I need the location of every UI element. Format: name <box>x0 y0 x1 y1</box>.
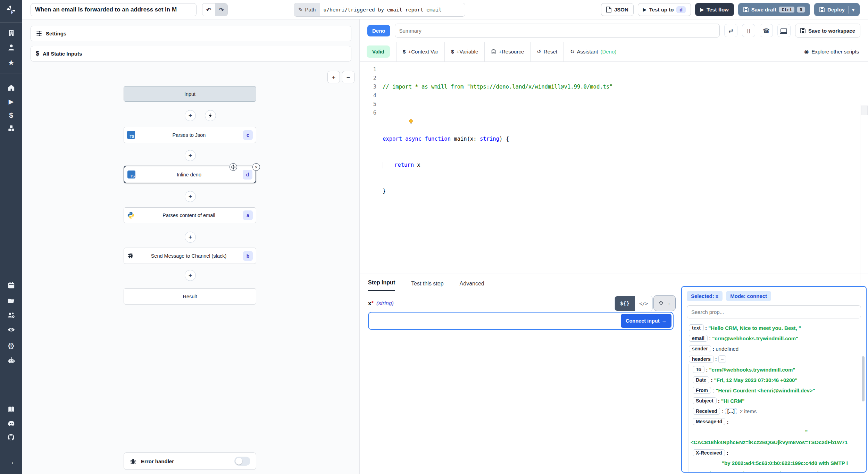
prop-row-x-received[interactable]: X-Received <box>691 448 861 458</box>
redo-button[interactable]: ↷ <box>215 3 227 16</box>
prop-row-message-id[interactable]: Message-Id <box>691 416 861 427</box>
favorites-star-icon[interactable]: ★ <box>0 58 22 67</box>
sidebar-item-resources[interactable] <box>0 124 22 132</box>
prop-key[interactable]: Subject <box>693 397 717 404</box>
prop-row-text[interactable]: text "Hello CRM, Nice to meet you. Best,… <box>687 323 861 333</box>
flow-node-input[interactable]: Input <box>124 86 256 102</box>
sidebar-item-github[interactable] <box>0 433 22 441</box>
prop-row-received[interactable]: Received [...] 2 items <box>691 406 861 416</box>
prop-value[interactable]: undefined <box>716 346 738 352</box>
sidebar-item-discord[interactable] <box>0 420 22 427</box>
insert-step-button[interactable]: + <box>185 232 196 243</box>
code-editor[interactable]: 12 34 56 // import * as wmill from "http… <box>360 62 868 274</box>
flow-node-send-message[interactable]: Send Message to Channel (slack) b <box>124 248 256 264</box>
prop-key[interactable]: Date <box>693 376 709 383</box>
insert-step-button[interactable]: + <box>185 270 196 281</box>
scrollbar-thumb[interactable] <box>862 356 865 401</box>
step-input-value-field[interactable] <box>370 314 621 328</box>
prop-key[interactable]: From <box>693 387 711 394</box>
connect-input-button[interactable]: Connect input → <box>621 314 671 328</box>
scrollbar-thumb[interactable] <box>861 106 868 115</box>
flow-settings-button[interactable]: Settings <box>31 26 351 41</box>
prop-key[interactable]: Message-Id <box>693 418 725 425</box>
path-input[interactable] <box>320 3 465 16</box>
sidebar-item-settings[interactable]: ⚙ <box>0 341 22 351</box>
sidebar-item-audit[interactable] <box>0 326 22 334</box>
template-mode-button[interactable]: ${} <box>615 296 635 311</box>
deploy-button[interactable]: Deploy ▾ <box>814 3 860 16</box>
x-received-value-line1[interactable]: "by 2002:ad4:5c63:0:b0:622:199c:c4d0 wit… <box>691 458 861 468</box>
save-to-workspace-button[interactable]: Save to workspace <box>795 24 860 38</box>
flow-node-parses-to-json[interactable]: TS Parses to Json c <box>124 127 256 143</box>
mobile-view-button[interactable]: ▯ <box>742 24 755 37</box>
prop-row-to[interactable]: To "crm@webhooks.trywindmill.com" <box>691 364 861 375</box>
prop-value[interactable]: "Fri, 12 May 2023 07:30:46 +0200" <box>714 377 798 383</box>
x-received-value-line2[interactable]: 20020ad45c63000000b00622199cc4d0mr130376… <box>691 468 861 473</box>
language-badge[interactable]: Deno <box>367 25 390 36</box>
connect-input-toggle-button[interactable]: → <box>653 295 676 311</box>
collapsed-array-button[interactable]: [...] <box>725 408 737 414</box>
collapse-button[interactable]: − <box>718 355 726 363</box>
insert-step-button[interactable]: + <box>185 150 196 161</box>
sidebar-item-workspace[interactable] <box>0 29 22 37</box>
code-mode-button[interactable]: </> <box>635 296 652 311</box>
prop-row-from[interactable]: From "Henri Courdent <henri@windmill.dev… <box>691 385 861 396</box>
search-prop-input[interactable] <box>687 305 861 318</box>
prop-row-sender[interactable]: sender undefined <box>687 343 861 354</box>
prop-value[interactable]: "Hello CRM, Nice to meet you. Best, " <box>708 325 801 331</box>
sidebar-item-variables[interactable]: $ <box>0 111 22 119</box>
prop-value[interactable]: "crm@webhooks.trywindmill.com" <box>712 335 798 341</box>
flow-node-parses-content[interactable]: Parses content of email a <box>124 207 256 223</box>
add-variable-button[interactable]: $ +Variable <box>445 42 484 61</box>
move-step-handle[interactable] <box>229 163 237 171</box>
tab-test-this-step[interactable]: Test this step <box>411 281 443 291</box>
test-up-to-button[interactable]: ▶ Test up to d <box>638 3 691 16</box>
sidebar-item-home[interactable] <box>0 84 22 92</box>
swap-view-button[interactable]: ⇄ <box>724 24 737 37</box>
trigger-button[interactable] <box>205 110 216 121</box>
prop-key[interactable]: headers <box>689 356 714 363</box>
windmill-logo[interactable] <box>0 4 22 15</box>
prop-value[interactable]: "Henri Courdent <henri@windmill.dev>" <box>716 388 815 393</box>
sidebar-item-workers[interactable] <box>0 357 22 365</box>
error-handler-row[interactable]: Error handler <box>124 452 256 470</box>
undo-button[interactable]: ↶ <box>202 3 215 16</box>
prop-row-headers[interactable]: headers − <box>687 354 861 364</box>
test-flow-button[interactable]: ▶ Test flow <box>695 3 734 16</box>
save-draft-button[interactable]: Save draft Ctrl S <box>738 3 810 16</box>
assistant-button[interactable]: ↻ Assistant (Deno) <box>564 42 623 61</box>
add-context-var-button[interactable]: $ +Context Var <box>397 42 444 61</box>
chevron-down-icon[interactable]: ▾ <box>852 7 854 13</box>
add-resource-button[interactable]: +Resource <box>485 42 530 61</box>
prop-key[interactable]: To <box>693 366 704 373</box>
error-handler-toggle[interactable] <box>234 457 250 466</box>
sidebar-item-user[interactable] <box>0 43 22 51</box>
reset-button[interactable]: ↺ Reset <box>531 42 564 61</box>
sidebar-item-folders[interactable] <box>0 297 22 305</box>
json-button[interactable]: JSON <box>601 3 634 16</box>
diff-view-button[interactable] <box>777 24 791 37</box>
delete-step-button[interactable]: × <box>252 163 260 171</box>
prop-row-subject[interactable]: Subject "Hi CRM" <box>691 396 861 406</box>
explore-other-scripts-button[interactable]: ◉ Explore other scripts <box>802 48 861 55</box>
prop-row-date[interactable]: Date "Fri, 12 May 2023 07:30:46 +0200" <box>691 375 861 385</box>
prop-key[interactable]: X-Received <box>693 449 725 456</box>
tab-step-input[interactable]: Step Input <box>368 280 395 291</box>
path-edit-button[interactable]: ✎ Path <box>294 3 320 16</box>
flow-title-input[interactable] <box>31 3 197 16</box>
flow-node-result[interactable]: Result <box>124 288 256 305</box>
insert-step-button[interactable]: + <box>185 110 196 121</box>
insert-step-button[interactable]: + <box>185 191 196 202</box>
message-id-value[interactable]: <CAC818hk4NphcENz=iKcz2BQGUjkVym8Vos=TSO… <box>691 437 861 448</box>
sidebar-item-schedules[interactable] <box>0 281 22 289</box>
zoom-in-button[interactable]: + <box>327 71 340 83</box>
sidebar-item-runs[interactable]: ▶ <box>0 98 22 106</box>
sidebar-expand-button[interactable]: → <box>0 458 22 466</box>
prop-value[interactable]: "Hi CRM" <box>721 398 745 404</box>
lightbulb-icon[interactable] <box>409 119 413 125</box>
call-script-button[interactable]: ☎ <box>760 24 773 37</box>
sidebar-item-docs[interactable] <box>0 406 22 413</box>
prop-value[interactable]: "crm@webhooks.trywindmill.com" <box>709 367 795 373</box>
tab-advanced[interactable]: Advanced <box>460 281 484 291</box>
prop-row-email[interactable]: email "crm@webhooks.trywindmill.com" <box>687 333 861 343</box>
